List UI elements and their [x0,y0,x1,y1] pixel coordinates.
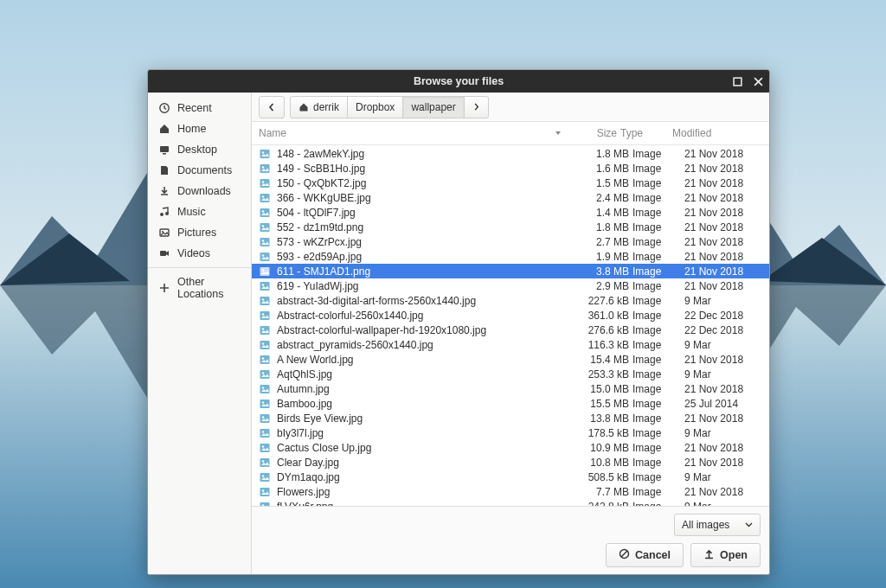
file-modified: 21 Nov 2018 [684,192,762,204]
open-button[interactable]: Open [690,543,761,567]
file-row[interactable]: Flowers.jpg7.7 MBImage21 Nov 2018 [252,484,769,499]
window-close-icon[interactable] [752,75,764,87]
svg-point-42 [262,372,264,374]
file-row[interactable]: fLVXu6r.png242.8 kBImage9 Mar [252,499,769,506]
file-row[interactable]: bIy3l7l.jpg178.5 kBImage9 Mar [252,425,769,440]
file-size: 15.4 MB [577,354,629,366]
file-size: 1.8 MB [577,221,629,233]
file-row[interactable]: A New World.jpg15.4 MBImage21 Nov 2018 [252,352,769,367]
file-name: 149 - ScBB1Ho.jpg [277,163,365,175]
file-row[interactable]: Bamboo.jpg15.5 MBImage25 Jul 2014 [252,396,769,411]
svg-rect-59 [260,502,270,507]
file-row[interactable]: abstract-3d-digital-art-forms-2560x1440.… [252,293,769,308]
image-file-icon [259,501,271,507]
svg-point-56 [262,475,264,476]
file-row[interactable]: DYm1aqo.jpg508.5 kBImage9 Mar [252,470,769,484]
file-row[interactable]: 150 - QxQbKT2.jpg1.5 MBImage21 Nov 2018 [252,176,769,190]
breadcrumb-forward-button[interactable] [464,96,489,118]
sidebar-item-pictures[interactable]: Pictures [148,222,251,243]
sidebar-item-documents[interactable]: Documents [148,160,251,181]
cancel-button[interactable]: Cancel [606,543,684,567]
column-header-type[interactable]: Type [620,127,669,139]
path-toolbar: derrikDropboxwallpaper [252,93,769,122]
file-name: AqtQhlS.jpg [277,368,332,380]
breadcrumb-item[interactable]: wallpaper [402,96,464,118]
file-row[interactable]: 619 - YuIadWj.jpg2.9 MBImage21 Nov 2018 [252,278,769,293]
image-file-icon [259,442,271,454]
file-row[interactable]: Clear Day.jpg10.8 MBImage21 Nov 2018 [252,455,769,470]
file-modified: 21 Nov 2018 [684,221,762,233]
file-type: Image [632,148,681,160]
file-modified: 21 Nov 2018 [684,354,762,366]
file-row[interactable]: Autumn.jpg15.0 MBImage21 Nov 2018 [252,381,769,396]
breadcrumb: derrikDropboxwallpaper [290,96,489,118]
file-row[interactable]: Abstract-colorful-wallpaper-hd-1920x1080… [252,323,769,337]
file-modified: 21 Nov 2018 [684,383,762,395]
file-modified: 9 Mar [684,427,762,439]
image-file-icon [259,265,271,278]
sidebar-item-downloads[interactable]: Downloads [148,181,251,201]
breadcrumb-item[interactable]: derrik [290,96,348,118]
file-row[interactable]: 149 - ScBB1Ho.jpg1.6 MBImage21 Nov 2018 [252,161,769,176]
svg-rect-29 [260,282,270,291]
home-icon [158,123,170,135]
column-header-size[interactable]: Size [565,127,617,139]
file-row[interactable]: 573 - wKZrPcx.jpg2.7 MBImage21 Nov 2018 [252,234,769,249]
svg-rect-39 [260,355,270,364]
file-modified: 21 Nov 2018 [684,236,762,248]
svg-rect-49 [260,429,270,438]
svg-rect-55 [260,473,270,482]
file-row[interactable]: 552 - dz1m9td.png1.8 MBImage21 Nov 2018 [252,220,769,234]
desktop-icon [158,144,170,156]
image-file-icon [259,295,271,307]
sidebar-item-label: Videos [177,247,210,259]
file-row[interactable]: 504 - ltQDlF7.jpg1.4 MBImage21 Nov 2018 [252,205,769,220]
sidebar-item-label: Pictures [177,227,216,239]
file-type-filter-combo[interactable]: All images [674,514,761,536]
svg-rect-21 [260,223,270,232]
file-size: 3.8 MB [577,265,629,278]
file-row[interactable]: 593 - e2d59Ap.jpg1.9 MBImage21 Nov 2018 [252,249,769,264]
sidebar-item-recent[interactable]: Recent [148,98,251,118]
back-button[interactable] [259,96,285,118]
column-header-name[interactable]: Name [259,127,562,139]
titlebar[interactable]: Browse your files [148,70,769,93]
file-row[interactable]: 148 - 2awMekY.jpg1.8 MBImage21 Nov 2018 [252,146,769,161]
sidebar-item-desktop[interactable]: Desktop [148,139,251,160]
svg-rect-25 [260,252,270,261]
file-size: 276.6 kB [577,324,629,336]
breadcrumb-item[interactable]: Dropbox [347,96,403,118]
file-size: 361.0 kB [577,310,629,322]
file-size: 116.3 kB [577,339,629,351]
column-header-modified[interactable]: Modified [672,127,750,139]
file-type: Image [632,412,681,425]
svg-rect-31 [260,297,270,305]
image-file-icon [259,368,271,380]
file-type: Image [632,236,681,248]
sidebar-item-videos[interactable]: Videos [148,243,251,264]
file-modified: 22 Dec 2018 [684,324,762,336]
sidebar-item-other-locations[interactable]: Other Locations [148,272,251,304]
sidebar-item-music[interactable]: Music [148,201,251,222]
svg-rect-57 [260,488,270,496]
file-row[interactable]: 366 - WKKgUBE.jpg2.4 MBImage21 Nov 2018 [252,190,769,205]
file-row[interactable]: 611 - SMJ1AD1.png3.8 MBImage21 Nov 2018 [252,264,769,278]
file-name: 504 - ltQDlF7.jpg [277,207,356,219]
image-file-icon [259,486,271,498]
file-rows[interactable]: 148 - 2awMekY.jpg1.8 MBImage21 Nov 20181… [252,146,769,506]
cancel-icon [619,548,630,562]
file-type: Image [632,221,681,233]
svg-rect-17 [260,194,270,202]
file-row[interactable]: AqtQhlS.jpg253.3 kBImage9 Mar [252,367,769,381]
file-type: Image [632,251,681,263]
file-size: 15.0 MB [577,383,629,395]
file-row[interactable]: abstract_pyramids-2560x1440.jpg116.3 kBI… [252,337,769,352]
file-row[interactable]: Cactus Close Up.jpg10.9 MBImage21 Nov 20… [252,440,769,455]
sidebar-item-label: Recent [177,102,212,114]
sidebar-item-home[interactable]: Home [148,118,251,139]
file-row[interactable]: Birds Eye View.jpg13.8 MBImage21 Nov 201… [252,411,769,425]
window-maximize-icon[interactable] [731,75,743,87]
file-type: Image [632,192,681,204]
file-row[interactable]: Abstract-colorful-2560x1440.jpg361.0 kBI… [252,308,769,323]
file-name: 552 - dz1m9td.png [277,221,363,233]
